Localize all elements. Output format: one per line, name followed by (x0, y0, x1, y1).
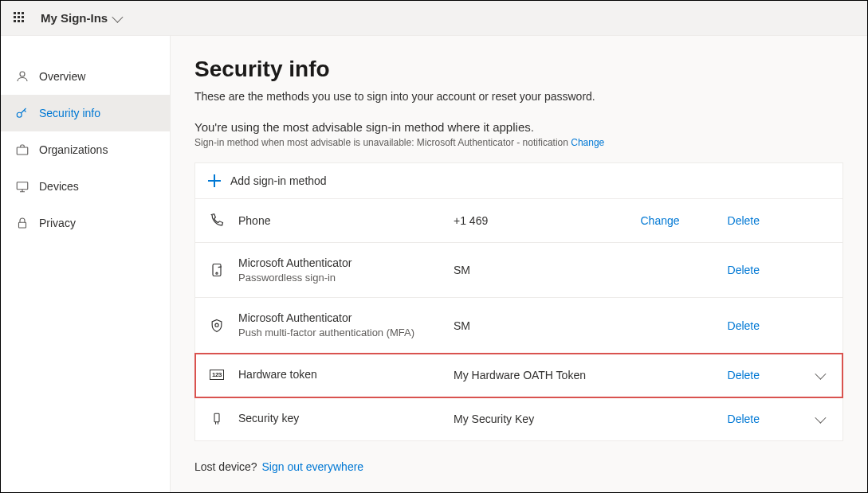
page-subtitle: These are the methods you use to sign in… (194, 90, 843, 103)
sidebar-item-privacy[interactable]: Privacy (1, 205, 170, 241)
add-method-label: Add sign-in method (230, 174, 327, 187)
method-sub: Passwordless sign-in (238, 271, 454, 285)
security-key-icon (208, 410, 226, 428)
sidebar-item-devices[interactable]: Devices (1, 168, 170, 205)
method-name: Phone (238, 213, 454, 229)
app-title-dropdown[interactable]: My Sign-Ins (41, 11, 120, 25)
delete-link[interactable]: Delete (728, 264, 760, 276)
svg-rect-2 (17, 147, 28, 155)
expand-chevron-icon[interactable] (815, 412, 826, 423)
sidebar-item-overview[interactable]: Overview (1, 58, 170, 95)
method-name: Microsoft Authenticator (238, 311, 454, 326)
method-row-authenticator-passwordless: Microsoft Authenticator Passwordless sig… (195, 243, 842, 298)
key-icon (15, 106, 29, 120)
svg-point-6 (216, 272, 218, 274)
expand-chevron-icon[interactable] (815, 368, 826, 379)
app-launcher-icon[interactable] (14, 12, 26, 25)
footer-prefix: Lost device? (194, 460, 261, 473)
change-link[interactable]: Change (640, 214, 679, 227)
sidebar-item-security-info[interactable]: Security info (1, 95, 170, 131)
delete-link[interactable]: Delete (728, 413, 760, 425)
advice-line: You're using the most advisable sign-in … (194, 120, 843, 134)
method-row-authenticator-push: Microsoft Authenticator Push multi-facto… (195, 298, 842, 353)
phone-icon (208, 212, 226, 229)
method-name: Microsoft Authenticator (238, 256, 454, 271)
sidebar-item-label: Privacy (39, 217, 76, 229)
method-name: Hardware token (238, 367, 454, 382)
app-title-text: My Sign-Ins (41, 11, 108, 25)
svg-point-1 (17, 112, 22, 117)
lock-icon (15, 216, 29, 230)
svg-point-7 (215, 323, 218, 327)
method-row-phone: Phone +1 469 Change Delete (195, 199, 842, 243)
sidebar-item-label: Organizations (39, 143, 108, 156)
methods-card: Add sign-in method Phone +1 469 Change D… (194, 162, 843, 441)
sidebar-item-label: Security info (39, 107, 100, 119)
lost-device-line: Lost device? Sign out everywhere (194, 460, 843, 473)
chevron-down-icon (112, 11, 124, 22)
method-value: SM (454, 319, 728, 332)
hardware-token-icon: 123 (208, 366, 226, 384)
method-name: Security key (238, 411, 454, 426)
method-value: My Security Key (454, 413, 728, 425)
svg-point-0 (20, 72, 25, 76)
method-value: SM (454, 264, 728, 276)
page-title: Security info (194, 57, 843, 82)
main-content: Security info These are the methods you … (171, 36, 867, 492)
method-row-hardware-token: 123 Hardware token My Hardware OATH Toke… (195, 354, 842, 397)
method-value: My Hardware OATH Token (454, 369, 728, 381)
sidebar-item-organizations[interactable]: Organizations (1, 131, 170, 168)
svg-rect-3 (17, 182, 28, 190)
briefcase-icon (15, 143, 29, 157)
method-value: +1 469 (454, 214, 640, 227)
sign-out-everywhere-link[interactable]: Sign out everywhere (262, 460, 364, 473)
person-icon (15, 69, 29, 84)
advice-change-link[interactable]: Change (571, 137, 604, 148)
monitor-icon (15, 179, 29, 194)
delete-link[interactable]: Delete (728, 319, 760, 332)
authenticator-badge-icon (208, 317, 226, 335)
advice-sub: Sign-in method when most advisable is un… (194, 137, 843, 148)
authenticator-icon (208, 261, 226, 279)
plus-icon (208, 174, 221, 187)
sidebar-item-label: Devices (39, 180, 79, 193)
sidebar: Overview Security info Organizations Dev… (1, 36, 171, 492)
header-bar: My Sign-Ins (1, 1, 867, 36)
svg-rect-8 (214, 413, 219, 422)
delete-link[interactable]: Delete (728, 214, 760, 227)
advice-sub-text: Sign-in method when most advisable is un… (194, 137, 571, 148)
svg-rect-4 (19, 222, 26, 228)
method-row-security-key: Security key My Security Key Delete (195, 397, 842, 440)
delete-link[interactable]: Delete (728, 369, 760, 381)
method-sub: Push multi-factor authentication (MFA) (238, 326, 454, 340)
sidebar-item-label: Overview (39, 70, 85, 83)
add-sign-in-method-button[interactable]: Add sign-in method (195, 163, 842, 199)
